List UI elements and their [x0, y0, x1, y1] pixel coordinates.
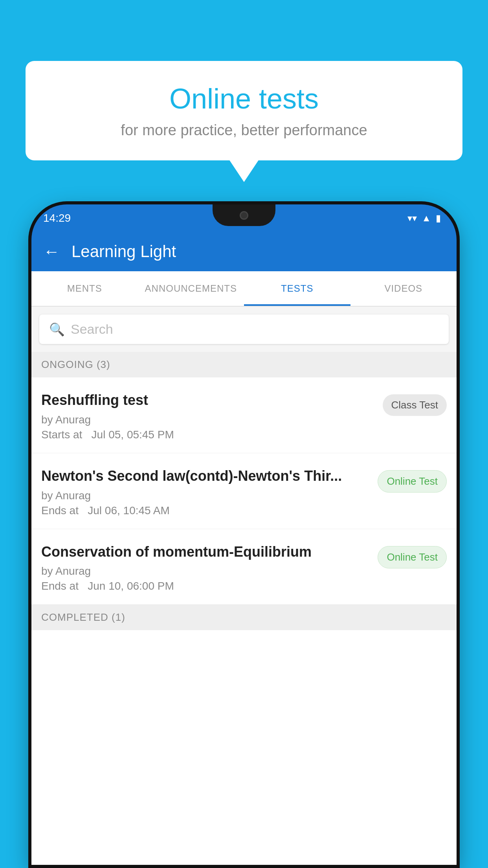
test-author-1: by Anurag — [41, 414, 375, 426]
tab-ments-label: MENTS — [67, 283, 102, 294]
test-badge-2: Online Test — [378, 470, 447, 493]
tab-announcements[interactable]: ANNOUNCEMENTS — [138, 271, 244, 306]
test-time-3: Ends at Jun 10, 06:00 PM — [41, 580, 370, 592]
test-time-2: Ends at Jul 06, 10:45 AM — [41, 504, 370, 517]
tab-tests[interactable]: TESTS — [244, 271, 350, 306]
search-container: 🔍 Search — [31, 307, 457, 352]
test-info-1: Reshuffling test by Anurag Starts at Jul… — [41, 391, 375, 441]
test-author-2: by Anurag — [41, 489, 370, 502]
test-name-1: Reshuffling test — [41, 391, 375, 410]
tab-videos[interactable]: VIDEOS — [350, 271, 457, 306]
promo-speech-bubble: Online tests for more practice, better p… — [26, 61, 462, 160]
section-ongoing-label: ONGOING (3) — [41, 359, 110, 371]
test-list: Reshuffling test by Anurag Starts at Jul… — [31, 377, 457, 865]
test-name-3: Conservation of momentum-Equilibrium — [41, 543, 370, 561]
speech-bubble-box: Online tests for more practice, better p… — [26, 61, 462, 160]
search-box[interactable]: 🔍 Search — [39, 314, 449, 344]
search-placeholder: Search — [71, 322, 113, 337]
test-badge-3: Online Test — [378, 546, 447, 568]
test-time-1: Starts at Jul 05, 05:45 PM — [41, 428, 375, 441]
tab-tests-label: TESTS — [281, 283, 313, 294]
app-bar-title: Learning Light — [72, 242, 176, 261]
test-badge-1: Class Test — [383, 394, 447, 416]
phone-frame: 14:29 ▾▾ ▲ ▮ ← Learning Light MENTS ANNO… — [31, 204, 457, 865]
test-item-2[interactable]: Newton's Second law(contd)-Newton's Thir… — [31, 453, 457, 529]
tab-bar: MENTS ANNOUNCEMENTS TESTS VIDEOS — [31, 271, 457, 307]
app-bar: ← Learning Light — [31, 232, 457, 271]
tab-videos-label: VIDEOS — [384, 283, 422, 294]
test-item-1[interactable]: Reshuffling test by Anurag Starts at Jul… — [31, 377, 457, 453]
tab-announcements-label: ANNOUNCEMENTS — [145, 283, 237, 294]
status-icons: ▾▾ ▲ ▮ — [407, 213, 441, 224]
section-completed-header: COMPLETED (1) — [31, 605, 457, 630]
section-ongoing-header: ONGOING (3) — [31, 352, 457, 377]
tab-ments[interactable]: MENTS — [31, 271, 138, 306]
status-time: 14:29 — [43, 212, 71, 224]
camera — [240, 211, 248, 220]
test-info-3: Conservation of momentum-Equilibrium by … — [41, 543, 370, 593]
signal-icon: ▲ — [422, 213, 431, 224]
search-icon: 🔍 — [49, 322, 65, 337]
phone-container: 14:29 ▾▾ ▲ ▮ ← Learning Light MENTS ANNO… — [31, 204, 457, 868]
wifi-icon: ▾▾ — [407, 213, 417, 224]
battery-icon: ▮ — [436, 213, 441, 224]
test-item-3[interactable]: Conservation of momentum-Equilibrium by … — [31, 529, 457, 605]
test-name-2: Newton's Second law(contd)-Newton's Thir… — [41, 467, 370, 485]
bubble-title: Online tests — [49, 83, 439, 115]
test-info-2: Newton's Second law(contd)-Newton's Thir… — [41, 467, 370, 517]
test-author-3: by Anurag — [41, 565, 370, 577]
section-completed-label: COMPLETED (1) — [41, 611, 125, 623]
bubble-subtitle: for more practice, better performance — [49, 122, 439, 139]
back-button[interactable]: ← — [43, 242, 60, 261]
phone-notch — [213, 204, 275, 226]
